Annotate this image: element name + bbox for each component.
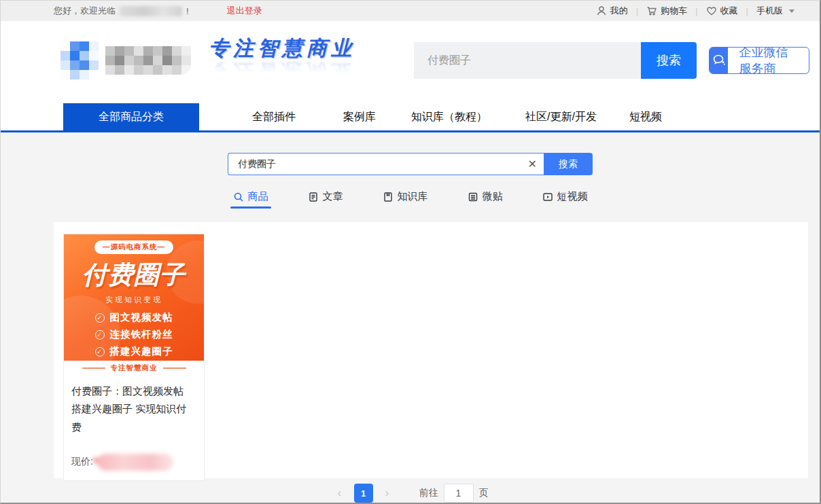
topbar: 您好，欢迎光临 ! 退出登录 我的 | 购物车	[1, 1, 820, 21]
header-search: 搜索	[414, 42, 697, 79]
topbar-links: 我的 | 购物车 | 收藏 | 手机版	[588, 5, 809, 17]
banner-subtitle: 实现知识变现	[64, 295, 204, 305]
tab-label: 短视频	[557, 190, 588, 203]
wecom-service-button[interactable]: 企业微信服务商	[709, 47, 809, 74]
nav-item-knowledge-base[interactable]: 知识库（教程）	[395, 103, 504, 130]
greeting-text: 您好，欢迎光临	[54, 5, 116, 17]
banner-badge: —源码电商系统—	[94, 240, 173, 254]
user-icon	[596, 5, 607, 16]
favorites-link[interactable]: 收藏	[698, 5, 746, 17]
header-search-input[interactable]	[414, 42, 641, 79]
next-page-button[interactable]: ›	[380, 487, 395, 499]
feature-item: ✓ 图文视频发帖	[95, 311, 173, 324]
greeting-suffix: !	[186, 6, 189, 16]
article-icon	[308, 192, 319, 202]
mobile-version-label: 手机版	[756, 5, 783, 17]
logout-link[interactable]: 退出登录	[227, 5, 262, 17]
banner-footer: 专注智慧商业	[64, 361, 204, 376]
feature-item: ✓ 连接铁杆粉丝	[95, 328, 173, 341]
tab-products[interactable]: 商品	[233, 190, 268, 209]
slogan-reflection: 专注智慧商业	[209, 58, 355, 86]
tab-label: 商品	[248, 190, 268, 203]
nav-item-case-library[interactable]: 案例库	[327, 103, 392, 130]
my-account-link[interactable]: 我的	[588, 5, 636, 17]
feature-item: ✓ 搭建兴趣圈子	[95, 345, 173, 358]
cart-icon	[646, 5, 657, 16]
goto-page-input[interactable]	[444, 484, 474, 503]
nav-item-community[interactable]: 社区/更新/开发	[509, 103, 613, 130]
price-blurred	[97, 454, 173, 471]
prev-page-button[interactable]: ‹	[332, 487, 347, 499]
tab-label: 微贴	[483, 190, 503, 203]
check-icon: ✓	[95, 330, 105, 340]
price-label: 现价:	[71, 456, 93, 468]
tab-label: 知识库	[398, 190, 428, 203]
product-price-row: 现价:	[64, 439, 204, 480]
tab-short-videos[interactable]: 短视频	[542, 190, 588, 209]
header-search-button[interactable]: 搜索	[641, 42, 697, 79]
chevron-down-icon	[789, 10, 794, 13]
feature-label: 图文视频发帖	[110, 311, 173, 324]
tab-articles[interactable]: 文章	[308, 190, 343, 209]
cart-label: 购物车	[661, 5, 687, 17]
site-header: 专注智慧商业 专注智慧商业 搜索 企业微信服务商	[1, 21, 820, 99]
banner-title: 付费圈子	[64, 258, 204, 292]
tab-micro-posts[interactable]: 微贴	[468, 190, 503, 209]
goto-label: 前往	[419, 487, 438, 499]
greeting: 您好，欢迎光临 ! 退出登录	[54, 5, 262, 17]
nav-item-short-video[interactable]: 短视频	[613, 103, 678, 130]
slogan-block: 专注智慧商业 专注智慧商业	[209, 35, 355, 86]
clear-icon[interactable]: ✕	[528, 153, 537, 175]
nav-item-all-plugins[interactable]: 全部插件	[236, 103, 312, 130]
favorites-label: 收藏	[720, 5, 738, 17]
logo-mark-blurred	[60, 41, 99, 79]
product-card[interactable]: —源码电商系统— 付费圈子 实现知识变现 ✓ 图文视频发帖 ✓ 连接铁杆粉丝	[63, 234, 205, 481]
content-area: ✕ 搜索 商品 文章 知识库	[1, 132, 820, 504]
product-name: 付费圈子：图文视频发帖 搭建兴趣圈子 实现知识付费	[64, 376, 204, 439]
wecom-label: 企业微信服务商	[728, 48, 809, 73]
check-icon: ✓	[95, 347, 105, 357]
my-account-label: 我的	[610, 5, 628, 17]
page-1-button[interactable]: 1	[354, 484, 373, 503]
result-tabs: 商品 文章 知识库 微贴	[1, 190, 820, 209]
product-banner: —源码电商系统— 付费圈子 实现知识变现 ✓ 图文视频发帖 ✓ 连接铁杆粉丝	[64, 234, 204, 361]
username-blurred	[120, 6, 182, 16]
notebook-icon	[383, 192, 394, 202]
video-icon	[542, 192, 553, 202]
nav-item-all-categories[interactable]: 全部商品分类	[63, 103, 199, 130]
banner-feature-list: ✓ 图文视频发帖 ✓ 连接铁杆粉丝 ✓ 搭建兴趣圈子 ✓	[64, 311, 204, 361]
search-icon	[233, 192, 244, 202]
tab-knowledge-base[interactable]: 知识库	[383, 190, 428, 209]
mobile-version-dropdown[interactable]: 手机版	[748, 5, 803, 17]
tab-label: 文章	[323, 190, 343, 203]
cart-link[interactable]: 购物车	[638, 5, 695, 17]
wecom-icon	[710, 48, 728, 73]
pagination: ‹ 1 › 前往 页	[1, 478, 820, 503]
feature-label: 搭建兴趣圈子	[110, 345, 173, 358]
content-search-input[interactable]	[228, 153, 544, 175]
logo-text-blurred	[105, 46, 191, 75]
logo-blurred[interactable]	[60, 41, 191, 79]
browser-window: 您好，欢迎光临 ! 退出登录 我的 | 购物车	[0, 0, 821, 504]
list-icon	[468, 192, 478, 202]
feature-label: 连接铁杆粉丝	[110, 328, 173, 341]
content-search: ✕ 搜索	[228, 153, 593, 175]
content-search-button[interactable]: 搜索	[544, 153, 593, 175]
goto-unit: 页	[479, 487, 489, 499]
main-nav: 全部商品分类 全部插件 案例库 知识库（教程） 社区/更新/开发 短视频	[1, 99, 820, 132]
check-icon: ✓	[95, 313, 105, 323]
heart-icon	[706, 5, 717, 16]
results-panel: —源码电商系统— 付费圈子 实现知识变现 ✓ 图文视频发帖 ✓ 连接铁杆粉丝	[54, 222, 808, 478]
